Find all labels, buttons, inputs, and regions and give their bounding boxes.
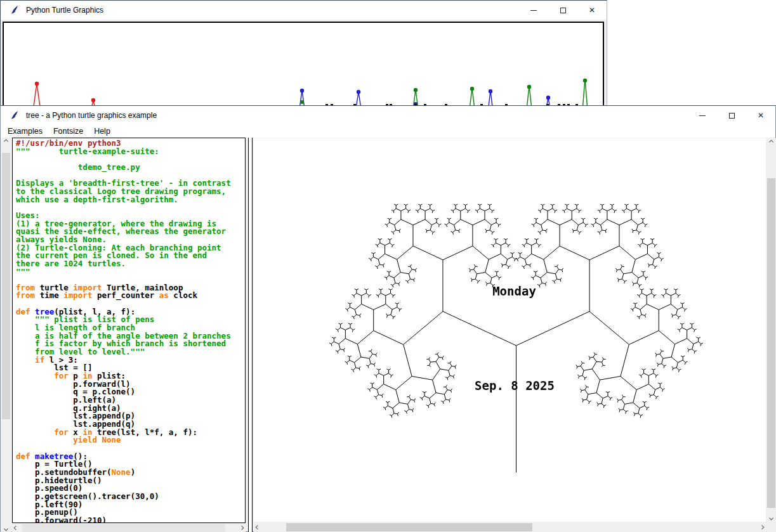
- canvas-vertical-scrollbar[interactable]: [766, 138, 776, 522]
- code-line: from time import perf_counter as clock: [16, 292, 245, 300]
- fg-close-button[interactable]: ✕: [746, 106, 775, 125]
- code-line: p.forward(-210): [16, 517, 245, 523]
- fg-titlebar[interactable]: tree - a Python turtle graphics example …: [1, 106, 775, 125]
- canvas-hscroll-thumb[interactable]: [286, 523, 532, 531]
- code-line: """ turtle-example-suite:: [16, 148, 245, 156]
- scroll-right-arrow-icon[interactable]: [756, 522, 766, 532]
- scroll-left-arrow-icon[interactable]: [12, 523, 22, 532]
- bg-window-title: Python Turtle Graphics: [26, 6, 103, 15]
- bg-close-button[interactable]: ✕: [577, 1, 607, 20]
- scroll-right-arrow-icon[interactable]: [236, 523, 246, 532]
- scroll-up-arrow-icon[interactable]: [1, 138, 11, 147]
- code-vertical-scrollbar[interactable]: [1, 138, 11, 532]
- scroll-left-arrow-icon[interactable]: [254, 522, 263, 532]
- maximize-icon: [560, 8, 566, 13]
- code-line: """: [16, 268, 245, 276]
- code-line: tdemo_tree.py: [16, 164, 245, 172]
- code-line: [16, 204, 245, 212]
- menu-item-examples[interactable]: Examples: [4, 126, 46, 137]
- canvas-vscroll-thumb[interactable]: [767, 178, 775, 508]
- code-line: there are 1024 turtles.: [16, 260, 245, 268]
- code-horizontal-scrollbar[interactable]: [12, 523, 246, 532]
- turtle-canvas: [254, 138, 766, 522]
- tk-feather-icon: [10, 5, 20, 15]
- menu-item-help[interactable]: Help: [90, 126, 114, 137]
- fg-maximize-button[interactable]: [717, 106, 746, 125]
- minimize-icon: [530, 10, 537, 11]
- canvas-horizontal-scrollbar[interactable]: [254, 522, 766, 532]
- bg-turtle-figures: [4, 23, 603, 106]
- code-viewer[interactable]: #!/usr/bin/env python3""" turtle-example…: [12, 138, 246, 523]
- menu-item-fontsize[interactable]: Fontsize: [49, 126, 87, 137]
- bg-maximize-button[interactable]: [548, 1, 577, 20]
- pane-divider[interactable]: [248, 138, 253, 532]
- fg-window-controls: ✕: [688, 106, 775, 125]
- code-line: which use a depth-first-algorithm.: [16, 196, 245, 204]
- tree-demo-window: tree - a Python turtle graphics example …: [0, 105, 776, 532]
- bg-titlebar[interactable]: Python Turtle Graphics ✕: [1, 1, 607, 20]
- code-hscroll-thumb[interactable]: [22, 524, 225, 532]
- scroll-down-arrow-icon[interactable]: [766, 512, 776, 522]
- close-icon: ✕: [758, 112, 764, 119]
- bg-turtle-canvas: [3, 22, 604, 110]
- minimize-icon: [699, 115, 706, 116]
- tk-feather-icon: [10, 110, 20, 120]
- fg-window-title: tree - a Python turtle graphics example: [26, 111, 157, 120]
- bg-window-controls: ✕: [519, 1, 607, 20]
- scrollbar-corner: [766, 522, 776, 532]
- code-vscroll-thumb[interactable]: [2, 153, 10, 419]
- fg-minimize-button[interactable]: [688, 106, 717, 125]
- bg-minimize-button[interactable]: [519, 1, 548, 20]
- close-icon: ✕: [589, 6, 595, 14]
- maximize-icon: [729, 113, 735, 119]
- scroll-up-arrow-icon[interactable]: [766, 138, 776, 148]
- code-line: yield None: [16, 436, 245, 444]
- menu-bar: Examples Fontsize Help: [1, 125, 775, 138]
- scroll-down-arrow-icon[interactable]: [1, 523, 11, 532]
